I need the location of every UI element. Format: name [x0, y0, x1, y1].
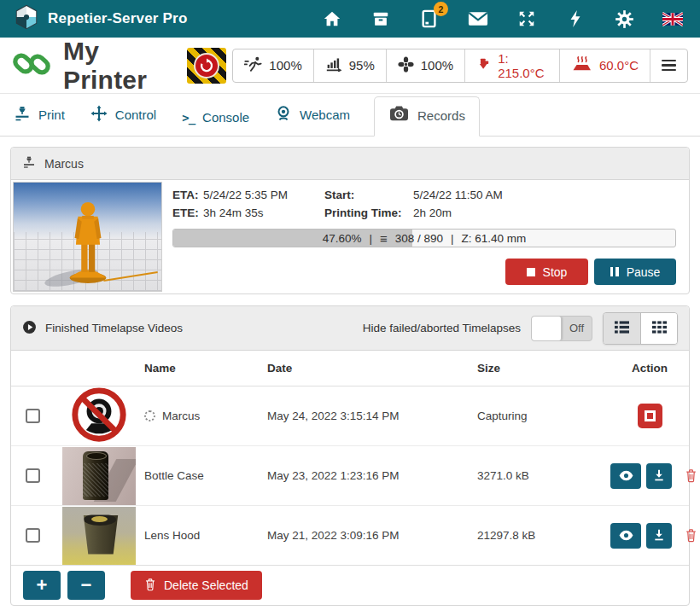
tab-print[interactable]: Print: [12, 98, 67, 136]
minus-icon: −: [81, 576, 92, 595]
stop-print-button[interactable]: Stop: [505, 259, 588, 285]
video-size: 3271.0 kB: [477, 469, 610, 482]
start-label: Start:: [324, 189, 413, 201]
print-queue-icon[interactable]: 2: [419, 9, 440, 29]
printer-tabs: Print Control >_ Console Webcam Records: [0, 94, 700, 137]
timelapse-controls: Hide failed/aborted Timelapses Off: [363, 312, 678, 345]
list-view-icon: [614, 320, 630, 337]
ete-label: ETE:: [172, 206, 203, 219]
pause-icon: [610, 267, 619, 276]
download-video-button[interactable]: [646, 463, 672, 489]
emergency-stop-icon: [194, 53, 219, 78]
stop-record-icon: [645, 410, 656, 421]
start-value: 5/24/22 11:50 AM: [413, 189, 676, 201]
language-flag-icon[interactable]: [662, 9, 683, 29]
video-status: Capturing: [477, 410, 610, 422]
tab-console[interactable]: >_ Console: [180, 103, 251, 136]
extruder-icon: [476, 56, 491, 74]
messages-icon[interactable]: [468, 9, 488, 29]
progress-percent: 47.60%: [323, 232, 362, 245]
separator: |: [369, 232, 372, 245]
grid-view-button[interactable]: [640, 313, 677, 344]
app-title: Repetier-Server Pro: [48, 10, 187, 27]
delete-selected-label: Delete Selected: [164, 578, 248, 592]
tab-webcam[interactable]: Webcam: [273, 97, 352, 136]
row-checkbox[interactable]: [26, 468, 40, 483]
timelapse-footer: + − Delete Selected: [11, 566, 689, 605]
table-header: Name Date Size Action: [11, 351, 689, 386]
tab-records-label: Records: [417, 108, 465, 123]
power-icon[interactable]: [565, 9, 586, 29]
stop-recording-button[interactable]: [638, 404, 662, 428]
row-checkbox[interactable]: [26, 409, 40, 423]
delete-video-icon[interactable]: [685, 528, 697, 543]
print-actions: Stop Pause: [172, 259, 676, 285]
queue-count-badge: 2: [434, 2, 448, 16]
print-time-info: ETA: 5/24/22 5:35 PM Start: 5/24/22 11:5…: [172, 189, 676, 219]
table-row: Lens Hood May 21, 2022 3:09:16 PM 21297.…: [11, 506, 689, 566]
print-info: ETA: 5/24/22 5:35 PM Start: 5/24/22 11:5…: [162, 182, 687, 292]
gcode-box-icon[interactable]: [370, 9, 391, 29]
home-icon[interactable]: [322, 9, 342, 29]
stop-icon: [527, 268, 535, 276]
hide-failed-toggle[interactable]: Off: [531, 316, 592, 341]
table-row: Bottle Case May 23, 2022 1:23:16 PM 3271…: [11, 446, 689, 506]
plus-icon: +: [37, 576, 48, 595]
toggle-state-label: Off: [562, 317, 592, 340]
timelapse-title: Finished Timelapse Videos: [45, 322, 183, 334]
video-name: Marcus: [162, 410, 200, 422]
progress-text: 47.60% | ≡ 308 / 890 | Z: 61.40 mm: [173, 230, 675, 247]
brand[interactable]: Repetier-Server Pro: [14, 4, 187, 33]
bed-temperature[interactable]: 60.0°C: [559, 49, 650, 82]
video-thumbnail: [62, 507, 136, 565]
download-video-button[interactable]: [646, 523, 672, 549]
printer-status-controls: 100% 95% 100% 1: 215.0°C 60.0°C: [187, 48, 688, 84]
printer-connected-link-icon: [12, 46, 51, 85]
printer-title: My Printer: [63, 37, 187, 95]
layers-icon: ≡: [380, 231, 388, 246]
preview-video-button[interactable]: [610, 463, 641, 489]
deselect-all-button[interactable]: −: [67, 571, 105, 600]
console-tab-icon: >_: [182, 111, 195, 125]
print-tab-icon: [14, 105, 31, 125]
tab-console-label: Console: [202, 110, 249, 125]
ete-value: 3h 24m 35s: [203, 206, 324, 219]
list-view-button[interactable]: [604, 313, 640, 344]
tab-control[interactable]: Control: [89, 98, 158, 136]
video-date: May 21, 2022 3:09:16 PM: [267, 529, 477, 542]
emergency-stop-button[interactable]: [187, 48, 226, 84]
print-model-preview: [13, 182, 162, 292]
settings-gear-icon[interactable]: [614, 9, 634, 29]
records-tab-icon: [388, 105, 410, 125]
printer-menu-button[interactable]: [650, 49, 687, 82]
heated-bed-icon: [571, 55, 592, 75]
select-all-button[interactable]: +: [23, 571, 61, 600]
z-height: Z: 61.40 mm: [462, 232, 527, 245]
video-thumbnail: [62, 447, 136, 505]
extruder-temperature[interactable]: 1: 215.0°C: [464, 49, 559, 82]
tab-records[interactable]: Records: [374, 96, 480, 137]
fan-icon: [398, 56, 414, 75]
fan-value: 100%: [421, 58, 453, 73]
fullscreen-icon[interactable]: [516, 9, 537, 29]
column-action: Action: [610, 362, 689, 375]
tab-print-label: Print: [38, 108, 65, 122]
fan-speed[interactable]: 100%: [386, 49, 464, 82]
speed-multiplier[interactable]: 100%: [233, 49, 312, 82]
hide-failed-label: Hide failed/aborted Timelapses: [363, 322, 521, 334]
flow-multiplier[interactable]: 95%: [313, 49, 386, 82]
app-window: Repetier-Server Pro 2: [0, 0, 700, 616]
row-checkbox[interactable]: [26, 528, 40, 543]
pause-print-button[interactable]: Pause: [594, 259, 676, 285]
tab-webcam-label: Webcam: [300, 108, 350, 122]
preview-video-button[interactable]: [610, 523, 641, 549]
toggle-knob: [532, 317, 562, 340]
view-mode-group: [603, 312, 678, 345]
layer-total: 890: [424, 232, 444, 245]
flow-value: 95%: [349, 58, 375, 73]
extruder-value: 1: 215.0°C: [498, 51, 548, 80]
top-navbar: Repetier-Server Pro 2: [0, 0, 700, 38]
delete-video-icon[interactable]: [685, 468, 697, 483]
delete-selected-button[interactable]: Delete Selected: [131, 571, 262, 600]
current-print-name: Marcus: [44, 157, 84, 171]
